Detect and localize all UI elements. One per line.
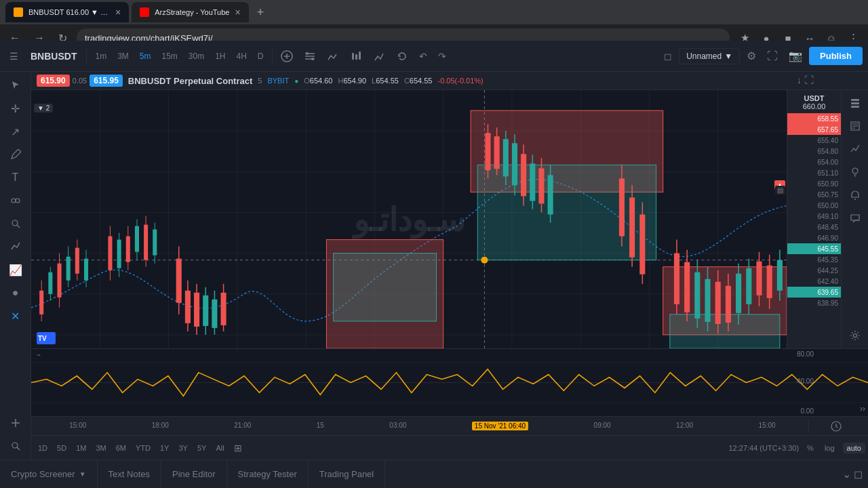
tf-ytd-tab[interactable]: YTD [132,441,155,455]
svg-rect-107 [715,282,721,324]
bar-style-button[interactable] [346,47,366,65]
publish-button[interactable]: Publish [809,47,863,65]
tf-1d-tab[interactable]: 1D [34,441,52,455]
tf-3y-tab[interactable]: 3Y [174,441,191,455]
pine-editor-tab[interactable]: Pine Editor [161,460,227,488]
ideas-icon[interactable] [845,162,865,182]
price-row-650-00: 650.00 [787,200,841,211]
svg-rect-61 [144,225,148,260]
measure-tool[interactable] [5,190,26,211]
svg-rect-47 [66,257,71,281]
add-drawing-button[interactable] [5,412,26,434]
fullscreen-toggle-button[interactable]: ◻ [660,48,676,64]
close-tool[interactable]: ✕ [5,305,26,327]
chart-expand[interactable]: ⛶ [804,75,814,85]
tf-all-tab[interactable]: All [212,441,228,455]
tf-4h-button[interactable]: 4H [233,49,251,64]
watchlist-icon[interactable] [845,93,865,113]
search-left-button[interactable] [5,435,26,457]
text-notes-tab[interactable]: Text Notes [98,460,161,488]
tf-3m-button[interactable]: 3M [113,49,133,64]
time-scale-controls [808,420,863,432]
tv-toolbar: ☰ BNBUSDT 1m 3M 5m 15m 30m 1H 4H D ↶ ↷ [0,41,868,72]
bottom-panel: Crypto Screener ▼ Text Notes Pine Editor… [0,460,868,488]
tf-30m-button[interactable]: 30m [184,49,208,64]
svg-rect-73 [212,300,217,328]
svg-rect-97 [639,214,645,274]
svg-rect-45 [57,264,61,298]
alerts-button[interactable]: ● [5,282,26,304]
text-tool[interactable]: T [5,167,26,188]
zoom-tool[interactable] [5,213,26,235]
tf-1m-button[interactable]: 1m [91,49,111,64]
new-tab-button[interactable]: + [252,3,270,22]
tf-1y-tab[interactable]: 1Y [156,441,173,455]
tab-close-yt[interactable]: × [235,7,240,18]
tf-15m-button[interactable]: 15m [157,49,181,64]
trend-line-tool[interactable]: ↗ [5,121,26,142]
indicators-left-button[interactable] [5,236,26,258]
compare-tf-button[interactable]: ⊞ [230,441,246,455]
interval-button[interactable] [369,47,389,65]
svg-rect-81 [503,139,509,176]
price-row-657-65: 657.65 [787,124,841,135]
indicator-templates-button[interactable] [300,47,320,65]
tab-youtube[interactable]: ArzStrategy - YouTube × [132,2,248,22]
tf-5d-tab[interactable]: 5D [53,441,71,455]
svg-rect-83 [512,143,517,185]
chart-down-arrow[interactable]: ↓ [797,75,802,85]
youtube-favicon [140,7,149,17]
trading-panel-tab[interactable]: Trading Panel [309,460,385,488]
chat-icon[interactable] [845,208,865,228]
chart-header: 615.90 0.05 615.95 BNBUSDT Perpetual Con… [31,72,868,90]
tv-logo: TV [37,332,56,346]
snapshot-button[interactable]: 📷 [785,47,806,65]
time-1800: 18:00 [152,422,169,430]
tf-1h-button[interactable]: 1H [211,49,229,64]
time-1500b: 15:00 [759,422,776,430]
auto-button[interactable]: auto [843,443,865,453]
tab-title-tv: BNBUSDT 616.00 ▼ -2.71% Unn... [28,8,110,16]
indicators-icon[interactable] [845,139,865,159]
compare-button[interactable] [323,47,343,65]
tf-6m-tab[interactable]: 6M [112,441,130,455]
redo-button[interactable]: ↷ [434,48,450,64]
clock-info: 12:27:44 (UTC+3:30) % log auto [728,443,865,453]
tf-3m-tab[interactable]: 3M [92,441,110,455]
replay-button[interactable] [392,47,412,65]
maximize-panel-button[interactable]: ◻ [854,468,863,481]
watchlist-button[interactable]: 📈 [5,259,26,281]
tf-d-button[interactable]: D [254,49,268,64]
chart-collapse-button[interactable]: ▤ [775,186,785,195]
expand-button[interactable]: ⛶ [763,47,782,65]
crypto-screener-label: Crypto Screener [11,469,75,479]
tf-5m-button[interactable]: 5m [136,49,155,64]
svg-rect-119 [777,260,783,291]
cursor-tool[interactable] [5,75,26,96]
svg-rect-43 [48,272,52,294]
news-icon[interactable] [845,116,865,136]
chart-canvas[interactable]: سـوداتـو ▼ 2 TV [31,90,787,348]
alerts-right-icon[interactable] [845,185,865,205]
price-row-644-25: 644.25 [787,265,841,276]
crosshair-tool[interactable]: ✛ [5,98,26,119]
crypto-screener-tab[interactable]: Crypto Screener ▼ [0,460,98,488]
unnamed-dropdown[interactable]: Unnamed ▼ [679,48,740,64]
draw-tool[interactable] [5,144,26,165]
symbol-label[interactable]: BNBUSDT [25,51,82,62]
chart-settings-button[interactable]: ⚙ [743,47,760,65]
tab-close-tv[interactable]: × [115,7,121,18]
settings-right-icon[interactable] [845,325,865,346]
undo-button[interactable]: ↶ [415,48,431,64]
oscillator-expand-icon[interactable]: ›› [860,404,865,413]
add-indicator-button[interactable] [277,47,297,65]
tf-5y-tab[interactable]: 5Y [193,441,210,455]
log-button[interactable]: log [822,443,837,453]
menu-hamburger-button[interactable]: ☰ [5,48,22,64]
svg-point-127 [852,168,858,174]
percent-button[interactable]: % [804,443,816,453]
tab-tradingview[interactable]: BNBUSDT 616.00 ▼ -2.71% Unn... × [5,2,129,22]
tf-1m-tab[interactable]: 1M [72,441,90,455]
strategy-tester-tab[interactable]: Strategy Tester [227,460,309,488]
minimize-panel-button[interactable]: ⌄ [842,468,851,481]
